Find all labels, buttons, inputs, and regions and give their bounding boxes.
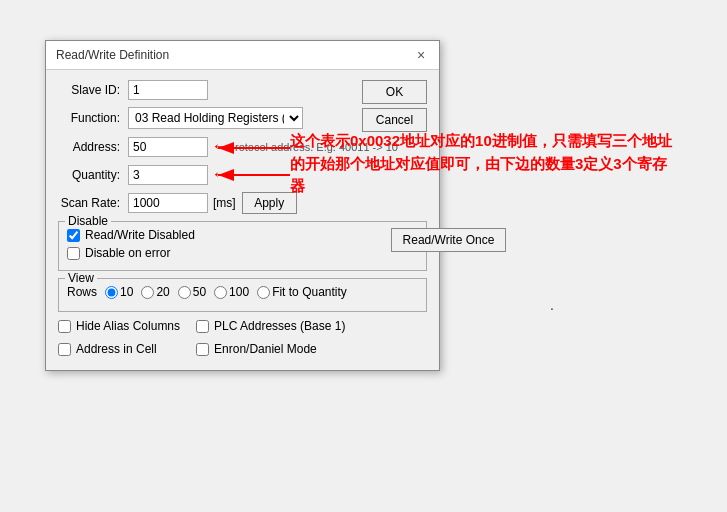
- check-col-left: Hide Alias Columns Address in Cell: [58, 319, 180, 360]
- address-hint: rotocol address. E.g. 40011 -> 10: [235, 141, 398, 153]
- view-legend: View: [65, 271, 97, 285]
- rw-disabled-checkbox[interactable]: [67, 229, 80, 242]
- disable-legend: Disable: [65, 214, 111, 228]
- ok-button[interactable]: OK: [362, 80, 427, 104]
- plc-addresses-checkbox[interactable]: [196, 320, 209, 333]
- enron-daniel-label: Enron/Daniel Mode: [214, 342, 317, 356]
- disable-section: Disable Read/Write Disabled Disable on e…: [58, 221, 427, 271]
- address-in-cell-checkbox[interactable]: [58, 343, 71, 356]
- hide-alias-row: Hide Alias Columns: [58, 319, 180, 333]
- address-in-cell-row: Address in Cell: [58, 342, 180, 356]
- slave-id-input[interactable]: [128, 80, 208, 100]
- radio-group: 10 20 50 100 Fit to Quantity: [105, 285, 347, 299]
- hide-alias-label: Hide Alias Columns: [76, 319, 180, 333]
- close-button[interactable]: ×: [413, 47, 429, 63]
- title-bar: Read/Write Definition ×: [46, 41, 439, 70]
- rw-disabled-row: Read/Write Disabled: [67, 228, 418, 242]
- dot-decoration: ·: [550, 300, 554, 316]
- dialog-body: OK Cancel Slave ID: Function: 03 Read Ho…: [46, 70, 439, 370]
- radio-10[interactable]: 10: [105, 285, 133, 299]
- slave-id-label: Slave ID:: [58, 83, 128, 97]
- check-col-right: PLC Addresses (Base 1) Enron/Daniel Mode: [196, 319, 345, 360]
- radio-fit[interactable]: Fit to Quantity: [257, 285, 347, 299]
- dialog-title: Read/Write Definition: [56, 48, 169, 62]
- radio-fit-input[interactable]: [257, 286, 270, 299]
- scan-rate-input[interactable]: [128, 193, 208, 213]
- function-label: Function:: [58, 111, 128, 125]
- address-row: Address: ← rotocol address. E.g. 40011 -…: [58, 136, 427, 157]
- hide-alias-checkbox[interactable]: [58, 320, 71, 333]
- quantity-label: Quantity:: [58, 168, 128, 182]
- radio-100[interactable]: 100: [214, 285, 249, 299]
- disable-on-error-row: Disable on error: [67, 246, 418, 260]
- scan-rate-label: Scan Rate:: [58, 196, 128, 210]
- disable-on-error-label: Disable on error: [85, 246, 170, 260]
- enron-daniel-checkbox[interactable]: [196, 343, 209, 356]
- quantity-row: Quantity: ←: [58, 164, 427, 185]
- scan-rate-row: Scan Rate: [ms] Apply: [58, 192, 427, 214]
- address-label: Address:: [58, 140, 128, 154]
- enron-daniel-row: Enron/Daniel Mode: [196, 342, 345, 356]
- bottom-checkboxes: Hide Alias Columns Address in Cell PLC A…: [58, 319, 427, 360]
- radio-20[interactable]: 20: [141, 285, 169, 299]
- quantity-arrow-icon: ←: [211, 164, 229, 185]
- rows-row: Rows 10 20 50 100: [67, 285, 418, 299]
- address-in-cell-label: Address in Cell: [76, 342, 157, 356]
- rows-label: Rows: [67, 285, 97, 299]
- scan-rate-unit: [ms]: [213, 196, 236, 210]
- read-write-dialog: Read/Write Definition × OK Cancel Slave …: [45, 40, 440, 371]
- address-arrow-icon: ←: [211, 136, 229, 157]
- radio-100-input[interactable]: [214, 286, 227, 299]
- function-select[interactable]: 03 Read Holding Registers (4x): [128, 107, 303, 129]
- radio-50[interactable]: 50: [178, 285, 206, 299]
- view-section: View Rows 10 20 50: [58, 278, 427, 312]
- radio-50-input[interactable]: [178, 286, 191, 299]
- disable-on-error-checkbox[interactable]: [67, 247, 80, 260]
- apply-button[interactable]: Apply: [242, 192, 297, 214]
- radio-10-input[interactable]: [105, 286, 118, 299]
- address-input[interactable]: [128, 137, 208, 157]
- rw-disabled-label: Read/Write Disabled: [85, 228, 195, 242]
- cancel-button[interactable]: Cancel: [362, 108, 427, 132]
- quantity-input[interactable]: [128, 165, 208, 185]
- plc-addresses-label: PLC Addresses (Base 1): [214, 319, 345, 333]
- radio-20-input[interactable]: [141, 286, 154, 299]
- plc-addresses-row: PLC Addresses (Base 1): [196, 319, 345, 333]
- read-write-once-button[interactable]: Read/Write Once: [391, 228, 506, 252]
